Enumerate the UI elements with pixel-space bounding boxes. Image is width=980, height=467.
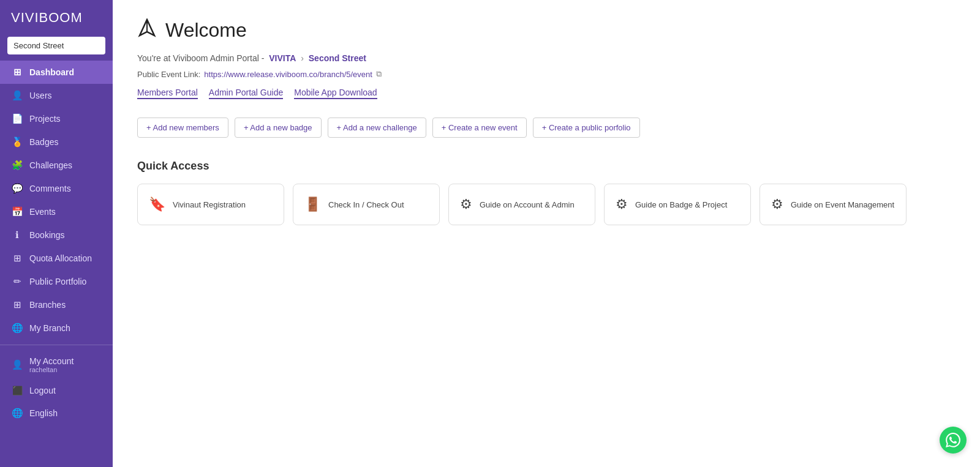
qa-card-guide-event-management[interactable]: ⚙ Guide on Event Management [760, 184, 907, 225]
welcome-header: Welcome [137, 18, 956, 42]
admin-portal-guide-link[interactable]: Admin Portal Guide [209, 88, 283, 99]
sidebar-item-public-portfolio[interactable]: ✏ Public Portfolio [0, 270, 113, 293]
language-icon: 🌐 [11, 408, 23, 419]
logout-icon: ⬛ [11, 386, 23, 395]
branches-icon: ⊞ [11, 299, 23, 310]
sidebar-item-quota-allocation[interactable]: ⊞ Quota Allocation [0, 247, 113, 270]
my-account-label: My Account [29, 356, 74, 366]
guide-event-icon: ⚙ [771, 196, 783, 212]
sidebar-item-events[interactable]: 📅 Events [0, 200, 113, 223]
qa-card-label: Vivinaut Registration [173, 200, 246, 209]
vivinaut-registration-icon: 🔖 [149, 196, 165, 212]
sidebar-item-challenges[interactable]: 🧩 Challenges [0, 154, 113, 177]
quick-access-section: Quick Access 🔖 Vivinaut Registration 🚪 C… [137, 160, 956, 225]
sidebar-item-label: Bookings [29, 230, 65, 240]
bookings-icon: ℹ [11, 230, 23, 241]
breadcrumb-prefix: You're at Viviboom Admin Portal - [137, 53, 264, 63]
qa-card-label: Guide on Account & Admin [480, 200, 575, 209]
sidebar-divider [0, 345, 113, 345]
sidebar: VIVIBOOM Second Street Main Branch North… [0, 0, 113, 467]
branch-select-wrapper[interactable]: Second Street Main Branch North Branch [0, 33, 113, 61]
users-icon: 👤 [11, 90, 23, 101]
public-link-url[interactable]: https://www.release.viviboom.co/branch/5… [204, 70, 372, 79]
sidebar-item-label: Comments [29, 184, 71, 193]
whatsapp-fab[interactable] [940, 427, 967, 454]
sidebar-item-label: Events [29, 207, 56, 217]
sidebar-item-users[interactable]: 👤 Users [0, 84, 113, 107]
qa-card-guide-badge-project[interactable]: ⚙ Guide on Badge & Project [604, 184, 751, 225]
breadcrumb-branch[interactable]: Second Street [309, 53, 366, 63]
main-content: Welcome You're at Viviboom Admin Portal … [113, 0, 980, 467]
copy-icon[interactable]: ⧉ [376, 69, 382, 79]
qa-card-label: Check In / Check Out [328, 200, 404, 209]
sidebar-item-english[interactable]: 🌐 English [0, 402, 113, 425]
guide-badge-icon: ⚙ [616, 196, 628, 212]
breadcrumb-org[interactable]: VIVITA [269, 53, 296, 63]
qa-card-label: Guide on Badge & Project [635, 200, 727, 209]
qa-card-vivinaut-registration[interactable]: 🔖 Vivinaut Registration [137, 184, 284, 225]
vivita-icon [137, 18, 157, 42]
challenges-icon: 🧩 [11, 160, 23, 171]
my-account-username: racheltan [29, 366, 74, 373]
public-link-row: Public Event Link: https://www.release.v… [137, 69, 956, 79]
my-account-icon: 👤 [11, 359, 23, 370]
portfolio-icon: ✏ [11, 276, 23, 287]
sidebar-item-label: Branches [29, 300, 66, 310]
sidebar-item-label: Quota Allocation [29, 253, 92, 263]
welcome-title: Welcome [165, 19, 247, 42]
sidebar-item-my-account[interactable]: 👤 My Account racheltan [0, 350, 113, 379]
mobile-app-download-link[interactable]: Mobile App Download [294, 88, 377, 99]
sidebar-item-my-branch[interactable]: 🌐 My Branch [0, 316, 113, 340]
create-new-event-button[interactable]: + Create a new event [432, 118, 527, 138]
quick-links-row: Members Portal Admin Portal Guide Mobile… [137, 88, 956, 99]
guide-account-icon: ⚙ [460, 196, 472, 212]
quota-icon: ⊞ [11, 253, 23, 264]
sidebar-item-projects[interactable]: 📄 Projects [0, 107, 113, 130]
add-new-challenge-button[interactable]: + Add a new challenge [328, 118, 426, 138]
sidebar-item-label: Public Portfolio [29, 277, 86, 286]
my-branch-icon: 🌐 [11, 323, 23, 334]
app-logo: VIVIBOOM [0, 0, 113, 33]
check-in-out-icon: 🚪 [304, 196, 321, 212]
branch-select[interactable]: Second Street Main Branch North Branch [7, 37, 105, 54]
logo-bold: VIVI [11, 10, 39, 25]
sidebar-item-bookings[interactable]: ℹ Bookings [0, 223, 113, 247]
sidebar-item-label: Projects [29, 114, 61, 124]
public-link-label: Public Event Link: [137, 70, 200, 79]
sidebar-item-label: Logout [29, 386, 56, 395]
sidebar-item-label: Challenges [29, 160, 72, 170]
members-portal-link[interactable]: Members Portal [137, 88, 198, 99]
comments-icon: 💬 [11, 183, 23, 194]
logo-light: BOOM [39, 10, 83, 25]
sidebar-item-label: Badges [29, 137, 58, 147]
sidebar-item-label: Dashboard [29, 67, 74, 77]
qa-card-label: Guide on Event Management [791, 200, 894, 209]
sidebar-item-label: English [29, 408, 58, 418]
sidebar-item-label: Users [29, 91, 52, 100]
sidebar-item-branches[interactable]: ⊞ Branches [0, 293, 113, 316]
create-public-portfolio-button[interactable]: + Create a public porfolio [533, 118, 640, 138]
sidebar-item-comments[interactable]: 💬 Comments [0, 177, 113, 200]
quick-access-grid: 🔖 Vivinaut Registration 🚪 Check In / Che… [137, 184, 956, 225]
dashboard-icon: ⊞ [11, 67, 23, 78]
sidebar-item-dashboard[interactable]: ⊞ Dashboard [0, 61, 113, 84]
breadcrumb: You're at Viviboom Admin Portal - VIVITA… [137, 53, 956, 63]
projects-icon: 📄 [11, 113, 23, 124]
badges-icon: 🏅 [11, 136, 23, 148]
action-buttons-row: + Add new members + Add a new badge + Ad… [137, 118, 956, 138]
add-new-badge-button[interactable]: + Add a new badge [235, 118, 322, 138]
quick-access-title: Quick Access [137, 160, 956, 173]
sidebar-item-label: My Branch [29, 323, 70, 333]
events-icon: 📅 [11, 206, 23, 217]
qa-card-guide-account-admin[interactable]: ⚙ Guide on Account & Admin [448, 184, 595, 225]
add-new-members-button[interactable]: + Add new members [137, 118, 228, 138]
breadcrumb-sep: › [301, 53, 304, 63]
qa-card-check-in-out[interactable]: 🚪 Check In / Check Out [293, 184, 440, 225]
sidebar-item-badges[interactable]: 🏅 Badges [0, 130, 113, 154]
sidebar-item-logout[interactable]: ⬛ Logout [0, 379, 113, 402]
